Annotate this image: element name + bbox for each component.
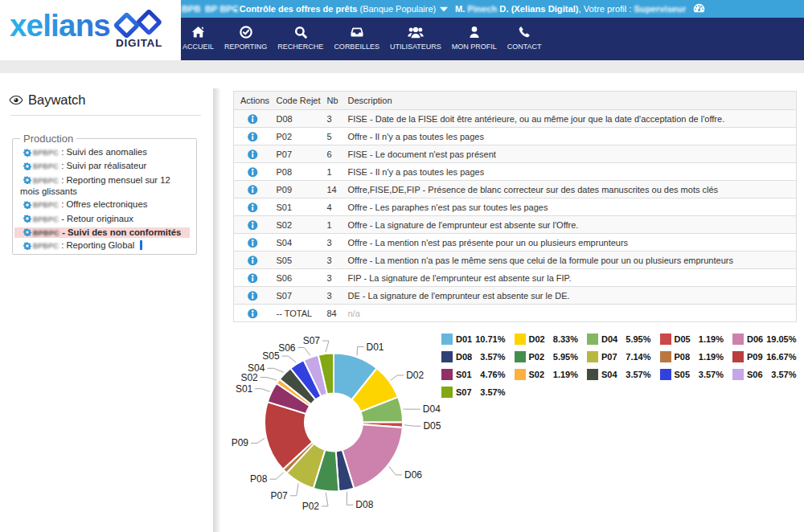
svg-text:P09: P09 — [232, 437, 249, 448]
svg-text:D06: D06 — [404, 469, 422, 481]
svg-text:P08: P08 — [250, 473, 268, 485]
svg-text:D01: D01 — [367, 342, 384, 353]
svg-text:DIGITAL: DIGITAL — [116, 37, 162, 49]
svg-text:S04: S04 — [248, 362, 265, 374]
svg-text:D05: D05 — [423, 420, 441, 432]
svg-text:P02: P02 — [302, 501, 320, 512]
svg-text:S07: S07 — [303, 335, 321, 346]
svg-text:P07: P07 — [270, 490, 288, 501]
svg-text:D02: D02 — [406, 370, 424, 381]
svg-text:D04: D04 — [423, 403, 441, 415]
svg-text:S05: S05 — [262, 350, 280, 362]
svg-text:S01: S01 — [236, 383, 253, 395]
svg-text:S06: S06 — [278, 342, 296, 354]
svg-text:D08: D08 — [355, 499, 373, 510]
svg-text:xelians: xelians — [10, 8, 110, 43]
